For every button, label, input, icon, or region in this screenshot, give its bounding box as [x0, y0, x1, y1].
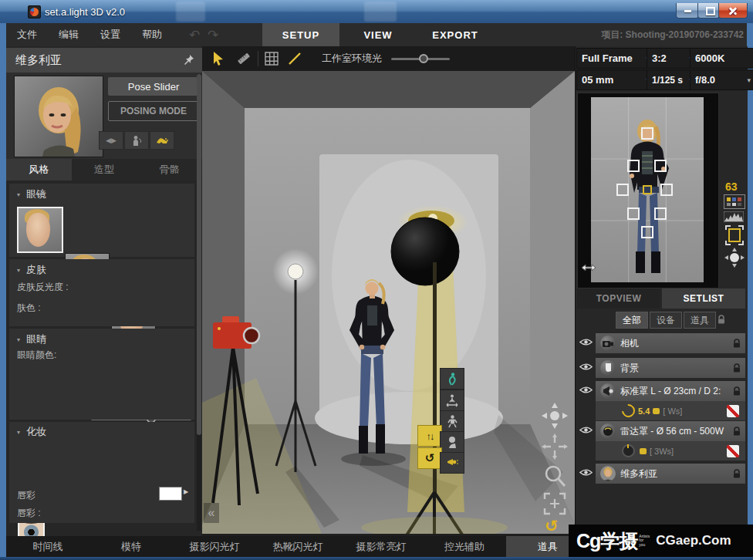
setlist-row-camera[interactable]: 相机	[596, 333, 745, 353]
tab-shape[interactable]: 造型	[72, 159, 137, 180]
white-balance-dropdown[interactable]: 6000K	[690, 48, 753, 69]
sensor-dropdown[interactable]: Full Frame ▾	[576, 48, 655, 69]
close-button[interactable]	[718, 3, 748, 19]
section-glasses-title: 眼镜	[26, 187, 46, 201]
lock-icon[interactable]	[733, 427, 741, 437]
redo-icon[interactable]: ↷	[204, 27, 222, 43]
bottom-tab-studio-flash[interactable]: 摄影闪光灯	[173, 536, 256, 557]
select-cursor-icon[interactable]	[211, 51, 225, 66]
expand-arrow-icon[interactable]: ▶	[184, 488, 188, 495]
white-balance-value: 6000K	[695, 52, 724, 64]
maximize-button[interactable]	[697, 3, 720, 19]
reflector-power-row[interactable]: 5.4 [ Ws]	[596, 401, 745, 420]
radar-power-row[interactable]: [ 3Ws]	[596, 441, 745, 460]
swap-view-icon[interactable]	[581, 264, 596, 275]
mirror-pose-button[interactable]: ◀▶	[99, 131, 123, 150]
visibility-toggle[interactable]	[579, 363, 593, 371]
section-skin-header[interactable]: ▾ 皮肤	[9, 259, 194, 281]
undo-icon[interactable]: ↶	[185, 27, 204, 43]
up-down-icon: ↑↓	[427, 430, 434, 442]
joystick-icon[interactable]	[724, 247, 745, 268]
bottom-tab-timeline[interactable]: 时间线	[6, 536, 89, 557]
histogram-icon[interactable]	[724, 211, 744, 222]
titlebar[interactable]: set.a.light 3D v2.0	[0, 0, 753, 23]
menu-edit[interactable]: 编辑	[48, 23, 89, 46]
collapse-panel-button[interactable]: «	[204, 503, 219, 523]
tab-bones[interactable]: 骨骼	[137, 159, 202, 180]
color-checker-icon[interactable]	[724, 194, 745, 209]
tab-style[interactable]: 风格	[6, 159, 72, 180]
line-tool-icon[interactable]	[288, 52, 302, 66]
setlist-row-backdrop[interactable]: 背景	[596, 358, 745, 378]
pin-icon[interactable]	[184, 54, 194, 66]
gel-none-icon[interactable]	[727, 445, 739, 457]
tab-setup[interactable]: SETUP	[262, 23, 339, 46]
rotate-view-control[interactable]: ↺	[545, 517, 559, 535]
watermark-site: CGaep.Com	[656, 533, 731, 548]
focal-length-dropdown[interactable]: 05 mm ▾	[576, 69, 655, 90]
mannequin-button[interactable]	[440, 410, 464, 432]
visibility-toggle[interactable]	[579, 338, 593, 346]
visibility-toggle[interactable]	[579, 386, 593, 394]
toolbar-separator	[258, 51, 258, 66]
bottom-tab-models[interactable]: 模特	[89, 536, 173, 557]
pose-slider-button[interactable]: Pose Slider	[108, 77, 199, 96]
setlist-row-reflector[interactable]: 标准罩 L - Ø 23cm / D 2:	[596, 381, 745, 401]
zoom-control[interactable]	[543, 464, 566, 489]
pose-button[interactable]	[440, 368, 464, 390]
heels-button[interactable]	[150, 131, 174, 150]
menu-settings[interactable]: 设置	[89, 23, 131, 46]
lock-icon[interactable]	[733, 469, 741, 479]
lock-icon[interactable]	[733, 386, 741, 396]
spotlight-button[interactable]	[440, 452, 464, 474]
menu-help[interactable]: 帮助	[131, 23, 173, 46]
section-eyes-header[interactable]: ▾ 眼睛	[9, 329, 194, 350]
bottom-tab-speedlight[interactable]: 热靴闪光灯	[256, 536, 339, 557]
tab-view[interactable]: VIEW	[339, 23, 417, 46]
tab-export[interactable]: EXPORT	[417, 23, 494, 46]
setlist-row-model[interactable]: 维多利亚	[596, 464, 745, 484]
rotate-model-floor-button[interactable]: ↺	[417, 447, 442, 469]
filter-props[interactable]: 道具	[684, 312, 716, 329]
bottom-tab-continuous-light[interactable]: 摄影常亮灯	[339, 536, 423, 557]
gel-none-icon[interactable]	[727, 405, 739, 417]
section-makeup-header[interactable]: ▾ 化妆	[9, 422, 194, 442]
aperture-dropdown[interactable]: f/8.0 ▾	[690, 69, 753, 90]
section-glasses-header[interactable]: ▾ 眼镜	[9, 184, 194, 205]
viewport-3d[interactable]: ↑↓ ↺	[202, 71, 575, 534]
menu-file[interactable]: 文件	[6, 23, 48, 46]
glasses-option-none[interactable]	[17, 207, 63, 253]
lipgloss-color-swatch[interactable]	[159, 487, 182, 501]
head-look-button[interactable]	[440, 431, 464, 453]
visibility-toggle[interactable]	[579, 426, 593, 434]
filter-all[interactable]: 全部	[616, 312, 648, 329]
left-panel-scrollbar-thumb[interactable]	[197, 74, 201, 435]
orbit-control[interactable]	[540, 401, 569, 430]
tab-topview[interactable]: TOPVIEW	[577, 288, 660, 309]
focus-control[interactable]	[543, 492, 566, 515]
minimize-button[interactable]	[676, 3, 699, 19]
lock-icon[interactable]	[733, 339, 741, 349]
eye-icon	[579, 468, 593, 477]
walk-person-icon	[446, 394, 458, 407]
tab-setlist[interactable]: SETLIST	[662, 288, 745, 309]
grid-icon[interactable]	[265, 52, 279, 66]
move-model-button[interactable]	[440, 390, 464, 411]
pan-control[interactable]	[542, 433, 568, 460]
eye-color-label: 眼睛颜色:	[17, 349, 56, 362]
ws-value: [ Ws]	[663, 407, 727, 416]
setlist-row-radar[interactable]: 雷达罩 - Ø 56 cm - 500W	[596, 421, 745, 441]
ruler-icon[interactable]	[236, 51, 252, 66]
height-adjust-button[interactable]: ↑↓	[417, 425, 442, 447]
lock-all-icon[interactable]	[718, 315, 725, 325]
camera-preview[interactable]	[591, 97, 704, 282]
visibility-toggle[interactable]	[579, 468, 593, 477]
model-avatar	[14, 76, 103, 157]
lock-icon[interactable]	[733, 363, 741, 373]
posing-mode-button[interactable]: POSING MODE	[108, 101, 199, 121]
filter-equipment[interactable]: 设备	[650, 312, 682, 329]
frame-overlay-icon[interactable]	[725, 225, 744, 245]
ambient-light-slider[interactable]	[391, 53, 450, 64]
bottom-tab-light-modifiers[interactable]: 控光辅助	[423, 536, 506, 557]
rotate-model-button[interactable]	[124, 131, 149, 150]
